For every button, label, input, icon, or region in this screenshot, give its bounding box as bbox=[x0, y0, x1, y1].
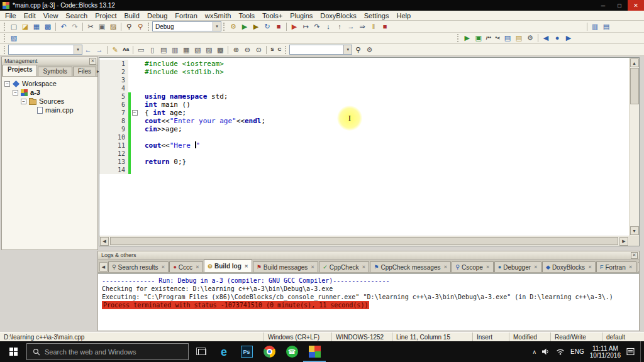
step-into-icon[interactable]: ↓ bbox=[323, 22, 334, 31]
compile-icon[interactable]: ⚙ bbox=[228, 22, 239, 31]
incremental-search-select[interactable]: ▾ bbox=[8, 45, 82, 55]
menu-doxyblocks[interactable]: DoxyBlocks bbox=[316, 11, 360, 20]
editor-line[interactable]: 10 bbox=[99, 133, 629, 141]
taskbar-edge[interactable]: e bbox=[213, 341, 235, 362]
menu-file[interactable]: File bbox=[1, 11, 20, 20]
tools-settings-icon[interactable]: ⚙ bbox=[364, 45, 375, 55]
menu-tools[interactable]: Tools bbox=[235, 11, 258, 20]
menu-debug[interactable]: Debug bbox=[143, 11, 171, 20]
editor-line[interactable]: 2#include <stdlib.h> bbox=[99, 68, 629, 76]
editor-line[interactable]: 5using namespace std; bbox=[99, 92, 629, 101]
start-button[interactable] bbox=[0, 341, 26, 362]
editor-line[interactable]: 8cout<<"Enter your age"<<endl; bbox=[99, 117, 629, 125]
debug-continue-icon[interactable]: ▶ bbox=[289, 22, 300, 31]
menu-build[interactable]: Build bbox=[120, 11, 143, 20]
editor-lines[interactable]: 1#include <iostream>2#include <stdlib.h>… bbox=[99, 58, 629, 236]
cut-icon[interactable]: ✂ bbox=[85, 22, 96, 31]
tab-close-icon[interactable]: ✕ bbox=[162, 265, 165, 270]
logs-tab-fortran[interactable]: FFortran✕ bbox=[596, 261, 636, 272]
tab-close-icon[interactable]: ✕ bbox=[534, 265, 538, 270]
doxy-manual-icon[interactable]: ▤ bbox=[502, 33, 513, 43]
tab-files[interactable]: Files bbox=[73, 67, 96, 76]
open-file-icon[interactable]: ◪ bbox=[19, 22, 31, 31]
build-target-select[interactable]: Debug▾ bbox=[152, 21, 221, 31]
logs-tab-doxyblocks[interactable]: ◆DoxyBlocks✕ bbox=[542, 261, 596, 272]
logs-close-icon[interactable]: ✕ bbox=[631, 252, 638, 259]
redo-icon[interactable]: ↷ bbox=[69, 22, 80, 31]
zoom-in-icon[interactable]: ⊕ bbox=[230, 45, 242, 55]
management-close-icon[interactable]: ✕ bbox=[89, 58, 96, 65]
tab-close-icon[interactable]: ✕ bbox=[629, 265, 633, 270]
editor-line[interactable]: 7−{ int age; bbox=[99, 109, 629, 117]
maximize-button[interactable]: □ bbox=[611, 0, 628, 11]
menu-tools[interactable]: Tools+ bbox=[258, 11, 286, 20]
undo-icon[interactable]: ↶ bbox=[58, 22, 69, 31]
find-icon[interactable]: ⚲ bbox=[123, 22, 135, 31]
logs-tab-cccc[interactable]: ●Cccc✕ bbox=[169, 261, 203, 272]
search-settings-icon[interactable]: ⚲ bbox=[352, 45, 364, 55]
menu-view[interactable]: View bbox=[40, 11, 62, 20]
copy-icon[interactable]: ▣ bbox=[96, 22, 108, 31]
tab-close-icon[interactable]: ✕ bbox=[443, 265, 447, 270]
abbreviations-icon[interactable]: ▧ bbox=[8, 33, 19, 43]
next-instruction-icon[interactable]: → bbox=[345, 22, 357, 31]
tray-expand-icon[interactable]: ∧ bbox=[532, 349, 536, 355]
zoom-out-icon[interactable]: ⊖ bbox=[242, 45, 253, 55]
editor-line[interactable]: 14 bbox=[99, 166, 629, 174]
taskbar-codeblocks[interactable] bbox=[303, 341, 326, 362]
editor-line[interactable]: 13return 0;} bbox=[99, 158, 629, 166]
tree-expander-icon[interactable]: − bbox=[4, 81, 10, 87]
scroll-left-icon[interactable]: ◀ bbox=[100, 237, 109, 246]
menu-fortran[interactable]: Fortran bbox=[171, 11, 201, 20]
spell-check-icon[interactable]: S bbox=[269, 45, 275, 55]
editor-line[interactable]: 9cin>>age; bbox=[99, 125, 629, 133]
browse-forward-icon[interactable]: ▶ bbox=[563, 33, 574, 43]
abort-build-icon[interactable]: ■ bbox=[273, 22, 284, 31]
task-view-button[interactable] bbox=[191, 341, 213, 362]
menu-edit[interactable]: Edit bbox=[20, 11, 40, 20]
highlight-occurrences-icon[interactable]: ✎ bbox=[109, 45, 121, 55]
save-icon[interactable]: ▦ bbox=[31, 22, 42, 31]
various-info-icon[interactable]: ▤ bbox=[601, 22, 612, 31]
editor-line[interactable]: 4 bbox=[99, 84, 629, 92]
logs-tab-build-messages[interactable]: ⚑Build messages✕ bbox=[253, 261, 319, 272]
debugging-windows-icon[interactable]: ▥ bbox=[589, 22, 601, 31]
step-out-icon[interactable]: ↑ bbox=[334, 22, 345, 31]
format-box-icon-4[interactable]: ▥ bbox=[169, 45, 180, 55]
format-box-icon-5[interactable]: ▦ bbox=[180, 45, 192, 55]
tab-close-icon[interactable]: ✕ bbox=[588, 265, 592, 270]
run-to-cursor-icon[interactable]: ↦ bbox=[300, 22, 311, 31]
logs-tab-cscope[interactable]: ⚲Cscope✕ bbox=[452, 261, 493, 272]
tree-expander-icon[interactable]: − bbox=[21, 99, 26, 104]
tab-close-icon[interactable]: ✕ bbox=[362, 265, 365, 270]
logs-tab-cppcheck-messages[interactable]: ⚑CppCheck messages✕ bbox=[370, 261, 451, 272]
tree-expander-icon[interactable]: − bbox=[13, 90, 18, 96]
step-into-instruction-icon[interactable]: ⇒ bbox=[357, 22, 368, 31]
editor-line[interactable]: 1#include <iostream> bbox=[99, 60, 629, 68]
tab-projects[interactable]: Projects bbox=[3, 65, 37, 76]
tab-symbols[interactable]: Symbols bbox=[38, 67, 72, 76]
thesaurus-icon[interactable]: C bbox=[276, 45, 284, 55]
tabs-scroll-right-icon[interactable]: ▶ bbox=[638, 262, 639, 272]
menu-help[interactable]: Help bbox=[392, 11, 414, 20]
doxy-config-icon[interactable]: ▤ bbox=[513, 33, 525, 43]
break-debugger-icon[interactable]: ‖ bbox=[368, 22, 379, 31]
build-and-run-icon[interactable]: ▶ bbox=[250, 22, 262, 31]
menu-search[interactable]: Search bbox=[62, 11, 91, 20]
close-button[interactable]: ✕ bbox=[628, 0, 644, 11]
browse-marker-icon[interactable]: ● bbox=[552, 33, 563, 43]
save-all-icon[interactable]: ▩ bbox=[42, 22, 53, 31]
tree-item-a-3[interactable]: −a-3 bbox=[3, 88, 96, 97]
format-box-icon-6[interactable]: ▧ bbox=[192, 45, 203, 55]
zoom-reset-icon[interactable]: ⊙ bbox=[253, 45, 264, 55]
tabs-scroll-left-icon[interactable]: ◀ bbox=[99, 262, 108, 272]
match-case-icon[interactable]: Aa bbox=[121, 45, 131, 55]
horizontal-scroll-thumb[interactable] bbox=[110, 237, 618, 245]
menu-wxsmith[interactable]: wxSmith bbox=[201, 11, 235, 20]
editor-vertical-scrollbar[interactable]: ▲ ▼ bbox=[629, 58, 639, 236]
editor-horizontal-scrollbar[interactable]: ◀ ▶ bbox=[99, 236, 629, 246]
paste-icon[interactable]: ▨ bbox=[108, 22, 119, 31]
taskbar-clock[interactable]: 11:11 AM 10/11/2016 bbox=[590, 345, 621, 359]
minimize-button[interactable]: ─ bbox=[595, 0, 611, 11]
replace-icon[interactable]: ⚲ bbox=[135, 22, 146, 31]
